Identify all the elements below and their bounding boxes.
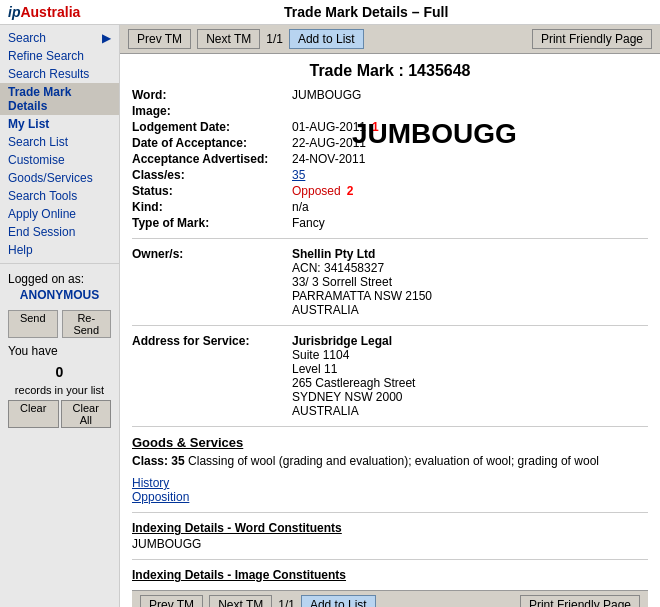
next-tm-button[interactable]: Next TM bbox=[197, 29, 260, 49]
class-row: Class/es: 35 bbox=[132, 168, 648, 182]
divider-4 bbox=[132, 512, 648, 513]
sidebar-item-goods-services[interactable]: Goods/Services bbox=[0, 169, 119, 187]
gs-title: Goods & Services bbox=[132, 435, 648, 450]
gs-description: Classing of wool (grading and evaluation… bbox=[188, 454, 599, 468]
divider-3 bbox=[132, 426, 648, 427]
you-have-label: You have bbox=[8, 344, 111, 358]
status-row: Status: Opposed 2 bbox=[132, 184, 648, 198]
indexing-word-section: Indexing Details - Word Constituents JUM… bbox=[132, 521, 648, 551]
sidebar-item-apply-online[interactable]: Apply Online bbox=[0, 205, 119, 223]
class-label: Class/es: bbox=[132, 168, 292, 182]
acceptance-label: Date of Acceptance: bbox=[132, 136, 292, 150]
acceptance-advertised-label: Acceptance Advertised: bbox=[132, 152, 292, 166]
prev-tm-button[interactable]: Prev TM bbox=[128, 29, 191, 49]
annotation-2: 2 bbox=[347, 184, 354, 198]
lodgement-row: Lodgement Date: 01-AUG-2011 1 bbox=[132, 120, 648, 134]
lodgement-label: Lodgement Date: bbox=[132, 120, 292, 134]
address-service-details: Jurisbridge Legal Suite 1104 Level 11 26… bbox=[292, 334, 415, 418]
bottom-add-to-list-button[interactable]: Add to List bbox=[301, 595, 376, 607]
gs-class: Class: 35 bbox=[132, 454, 185, 468]
content-area: Prev TM Next TM 1/1 Add to List Print Fr… bbox=[120, 25, 660, 607]
resend-button[interactable]: Re-Send bbox=[62, 310, 112, 338]
indexing-word-title: Indexing Details - Word Constituents bbox=[132, 521, 648, 535]
bottom-print-friendly-button[interactable]: Print Friendly Page bbox=[520, 595, 640, 607]
record-count: 0 bbox=[0, 362, 119, 382]
owner-acn: ACN: 341458327 bbox=[292, 261, 432, 275]
acceptance-row: Date of Acceptance: 22-AUG-2011 bbox=[132, 136, 648, 150]
page-count: 1/1 bbox=[266, 32, 283, 46]
address-service-addr4: SYDNEY NSW 2000 bbox=[292, 390, 415, 404]
clear-buttons: Clear Clear All bbox=[0, 398, 119, 430]
clear-all-button[interactable]: Clear All bbox=[61, 400, 112, 428]
sidebar-item-search[interactable]: Search ▶ bbox=[0, 29, 119, 47]
gs-text: Class: 35 Classing of wool (grading and … bbox=[132, 454, 648, 468]
links-section: History Opposition bbox=[132, 476, 648, 504]
type-label: Type of Mark: bbox=[132, 216, 292, 230]
owner-name: Shellin Pty Ltd bbox=[292, 247, 432, 261]
bottom-toolbar-right: Print Friendly Page bbox=[520, 595, 640, 607]
word-row: Word: JUMBOUGG bbox=[132, 88, 648, 102]
word-value: JUMBOUGG bbox=[292, 88, 361, 102]
sidebar-item-refine-search[interactable]: Refine Search bbox=[0, 47, 119, 65]
address-service-label: Address for Service: bbox=[132, 334, 292, 348]
send-button[interactable]: Send bbox=[8, 310, 58, 338]
class-link[interactable]: 35 bbox=[292, 168, 305, 182]
divider-5 bbox=[132, 559, 648, 560]
trademark-content: Trade Mark : 1435648 JUMBOUGG Word: JUMB… bbox=[120, 54, 660, 607]
sidebar-item-help[interactable]: Help bbox=[0, 241, 119, 259]
sidebar-item-customise[interactable]: Customise bbox=[0, 151, 119, 169]
toolbar-right: Print Friendly Page bbox=[532, 29, 652, 49]
lodgement-value: 01-AUG-2011 bbox=[292, 120, 366, 134]
arrow-icon: ▶ bbox=[102, 31, 111, 45]
sidebar-send-buttons: Send Re-Send bbox=[0, 308, 119, 340]
address-service-addr2: Level 11 bbox=[292, 362, 415, 376]
print-friendly-button[interactable]: Print Friendly Page bbox=[532, 29, 652, 49]
image-label: Image: bbox=[132, 104, 292, 118]
history-link[interactable]: History bbox=[132, 476, 648, 490]
type-value: Fancy bbox=[292, 216, 325, 230]
opposition-link[interactable]: Opposition bbox=[132, 490, 648, 504]
bottom-toolbar: Prev TM Next TM 1/1 Add to List Print Fr… bbox=[132, 590, 648, 607]
kind-label: Kind: bbox=[132, 200, 292, 214]
sidebar-item-end-session[interactable]: End Session bbox=[0, 223, 119, 241]
trademark-fields: JUMBOUGG Word: JUMBOUGG Image: Lodgement… bbox=[132, 88, 648, 230]
sidebar-item-trade-mark-details[interactable]: Trade Mark Details bbox=[0, 83, 119, 115]
sidebar-item-my-list[interactable]: My List bbox=[0, 115, 119, 133]
page-title: Trade Mark Details – Full bbox=[80, 4, 652, 20]
image-row: Image: bbox=[132, 104, 648, 118]
indexing-image-title: Indexing Details - Image Constituents bbox=[132, 568, 648, 582]
kind-row: Kind: n/a bbox=[132, 200, 648, 214]
divider-2 bbox=[132, 325, 648, 326]
main-layout: Search ▶ Refine Search Search Results Tr… bbox=[0, 25, 660, 607]
owner-addr1: 33/ 3 Sorrell Street bbox=[292, 275, 432, 289]
records-label: records in your list bbox=[0, 382, 119, 398]
bottom-next-tm-button[interactable]: Next TM bbox=[209, 595, 272, 607]
address-service-addr3: 265 Castlereagh Street bbox=[292, 376, 415, 390]
address-service-addr1: Suite 1104 bbox=[292, 348, 415, 362]
bottom-prev-tm-button[interactable]: Prev TM bbox=[140, 595, 203, 607]
sidebar-item-search-list[interactable]: Search List bbox=[0, 133, 119, 151]
annotation-1: 1 bbox=[372, 120, 379, 134]
owner-addr2: PARRAMATTA NSW 2150 bbox=[292, 289, 432, 303]
owner-details: Shellin Pty Ltd ACN: 341458327 33/ 3 Sor… bbox=[292, 247, 432, 317]
address-service-addr5: AUSTRALIA bbox=[292, 404, 415, 418]
type-row: Type of Mark: Fancy bbox=[132, 216, 648, 230]
bottom-page-count: 1/1 bbox=[278, 598, 295, 607]
kind-value: n/a bbox=[292, 200, 309, 214]
add-to-list-button[interactable]: Add to List bbox=[289, 29, 364, 49]
word-label: Word: bbox=[132, 88, 292, 102]
sidebar-item-search-tools[interactable]: Search Tools bbox=[0, 187, 119, 205]
divider-1 bbox=[132, 238, 648, 239]
acceptance-advertised-value: 24-NOV-2011 bbox=[292, 152, 365, 166]
top-toolbar: Prev TM Next TM 1/1 Add to List Print Fr… bbox=[120, 25, 660, 54]
sidebar-divider bbox=[0, 263, 119, 264]
indexing-word-value: JUMBOUGG bbox=[132, 537, 648, 551]
sidebar-item-search-results[interactable]: Search Results bbox=[0, 65, 119, 83]
acceptance-value: 22-AUG-2011 bbox=[292, 136, 366, 150]
class-value: 35 bbox=[292, 168, 305, 182]
sidebar-you-have: You have bbox=[0, 340, 119, 362]
clear-button[interactable]: Clear bbox=[8, 400, 59, 428]
status-value: Opposed bbox=[292, 184, 341, 198]
sidebar-nav: Search ▶ Refine Search Search Results Tr… bbox=[0, 29, 119, 259]
acceptance-advertised-row: Acceptance Advertised: 24-NOV-2011 bbox=[132, 152, 648, 166]
